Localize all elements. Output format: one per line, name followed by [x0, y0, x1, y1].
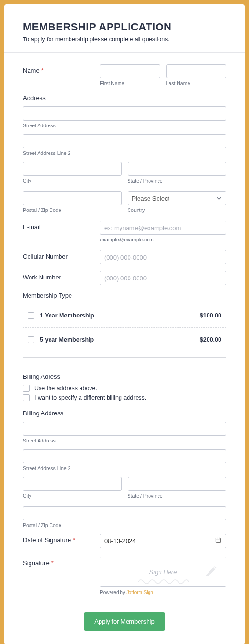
option-label: 1 Year Membership	[40, 312, 94, 319]
required-asterisk: *	[73, 537, 75, 544]
work-input[interactable]	[100, 271, 226, 285]
billing-city-sublabel: City	[23, 493, 122, 499]
email-label: E-mail	[23, 221, 100, 248]
last-name-input[interactable]	[166, 64, 227, 78]
street2-input[interactable]	[23, 134, 226, 148]
postal-sublabel: Postal / Zip Code	[23, 207, 122, 213]
billing-state-input[interactable]	[128, 477, 227, 491]
address-label: Address	[23, 95, 226, 102]
street-sublabel: Street Address	[23, 123, 226, 128]
first-name-input[interactable]	[100, 64, 160, 78]
work-label: Work Number	[23, 271, 100, 285]
option-price: $200.00	[200, 336, 221, 343]
billing-specify-different[interactable]: I want to specify a different billing ad…	[23, 394, 226, 401]
billing-street2-input[interactable]	[23, 449, 226, 463]
state-input[interactable]	[128, 162, 227, 176]
billing-choice-label: Billing Adress	[23, 373, 226, 380]
country-sublabel: Country	[128, 207, 227, 213]
membership-type-label: Membership Type	[23, 292, 226, 299]
street2-sublabel: Street Address Line 2	[23, 150, 226, 156]
state-sublabel: State / Province	[128, 178, 227, 183]
email-sublabel: example@example.com	[100, 237, 226, 242]
first-name-sublabel: First Name	[100, 80, 160, 86]
squiggle-icon	[137, 577, 189, 584]
jotform-sign-link[interactable]: Jotform Sign	[127, 590, 153, 595]
billing-street-input[interactable]	[23, 422, 226, 436]
page-subtitle: To apply for membership please complete …	[23, 36, 226, 43]
membership-option[interactable]: 5 year Membership $200.00	[23, 328, 226, 352]
cellular-label: Cellular Number	[23, 250, 100, 264]
billing-city-input[interactable]	[23, 477, 122, 491]
signature-placeholder: Sign Here	[149, 568, 177, 576]
pen-icon	[205, 566, 217, 578]
divider	[23, 357, 226, 358]
billing-postal-sublabel: Postal / Zip Code	[23, 522, 226, 528]
name-label: Name	[23, 67, 40, 74]
checkbox-label: I want to specify a different billing ad…	[34, 394, 146, 401]
city-sublabel: City	[23, 178, 122, 183]
date-input[interactable]	[100, 534, 226, 548]
apply-button[interactable]: Apply for Membership	[84, 612, 165, 631]
checkbox-icon[interactable]	[23, 394, 30, 401]
billing-use-above[interactable]: Use the address above.	[23, 385, 226, 392]
billing-address-label: Billing Address	[23, 410, 226, 417]
email-input[interactable]	[100, 221, 226, 235]
billing-postal-input[interactable]	[23, 506, 226, 520]
country-select[interactable]: Please Select	[128, 191, 227, 205]
cellular-input[interactable]	[100, 250, 226, 264]
page-title: MEMBERSHIP APPLICATION	[23, 21, 226, 33]
required-asterisk: *	[41, 67, 44, 74]
billing-street-sublabel: Street Address	[23, 438, 226, 443]
checkbox-icon[interactable]	[23, 385, 30, 392]
option-price: $100.00	[200, 312, 221, 319]
postal-input[interactable]	[23, 191, 122, 205]
signature-pad[interactable]: Sign Here	[100, 557, 226, 587]
checkbox-label: Use the address above.	[34, 385, 97, 392]
city-input[interactable]	[23, 162, 122, 176]
date-label: Date of Signature	[23, 537, 71, 544]
checkbox-icon[interactable]	[28, 312, 34, 319]
powered-by-text: Powered by Jotform Sign	[100, 590, 226, 595]
billing-state-sublabel: State / Province	[128, 493, 227, 499]
street-input[interactable]	[23, 106, 226, 121]
last-name-sublabel: Last Name	[166, 80, 227, 86]
checkbox-icon[interactable]	[28, 336, 34, 343]
membership-option[interactable]: 1 Year Membership $100.00	[23, 304, 226, 327]
required-asterisk: *	[51, 559, 54, 567]
option-label: 5 year Membership	[40, 336, 94, 343]
signature-label: Signature	[23, 559, 50, 567]
billing-street2-sublabel: Street Address Line 2	[23, 465, 226, 471]
